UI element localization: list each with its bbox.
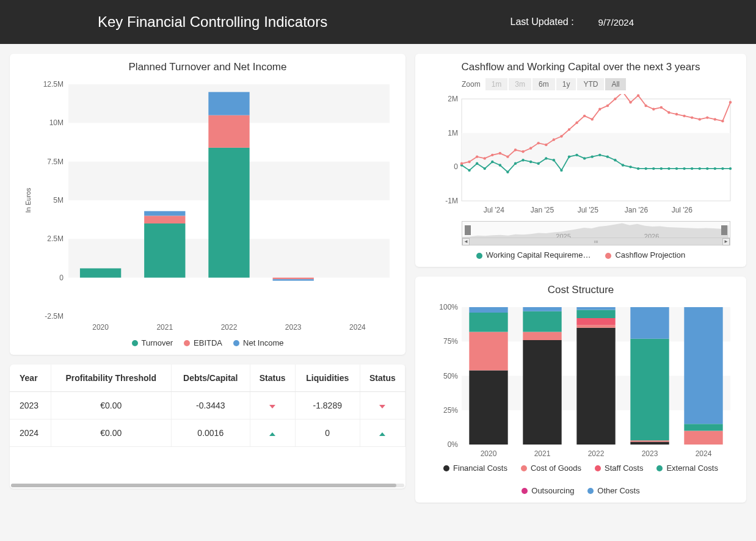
svg-point-87 <box>614 98 616 100</box>
svg-point-40 <box>529 161 532 163</box>
col-status-2[interactable]: Status <box>360 365 405 392</box>
cell-year: 2024 <box>10 419 51 447</box>
cost-legend: Financial Costs Cost of Goods Staff Cost… <box>425 463 736 495</box>
nav-handle-left[interactable] <box>465 225 471 235</box>
col-status-1[interactable]: Status <box>250 365 295 392</box>
svg-point-94 <box>667 111 670 114</box>
cell-profitability-threshold: €0.00 <box>51 392 171 419</box>
svg-point-79 <box>553 139 555 141</box>
svg-point-60 <box>683 167 685 170</box>
svg-point-36 <box>499 164 501 166</box>
svg-rect-133 <box>630 339 669 441</box>
svg-point-37 <box>506 170 509 173</box>
svg-text:0%: 0% <box>448 440 459 449</box>
legend-cashflow-projection[interactable]: Cashflow Projection <box>605 250 685 260</box>
svg-point-39 <box>522 159 524 161</box>
cell-debts-capital: 0.0016 <box>171 419 250 447</box>
legend-financial-costs[interactable]: Financial Costs <box>443 463 507 473</box>
svg-rect-117 <box>469 313 507 332</box>
svg-text:2021: 2021 <box>534 449 551 458</box>
svg-text:Jul '25: Jul '25 <box>578 206 599 214</box>
svg-point-95 <box>675 113 678 115</box>
svg-point-64 <box>714 167 716 170</box>
svg-text:100%: 100% <box>439 303 458 311</box>
svg-point-98 <box>699 118 701 120</box>
cell-profitability-threshold: €0.00 <box>51 419 171 447</box>
caret-down-icon <box>379 405 385 408</box>
col-debts-capital[interactable]: Debts/Capital <box>171 365 250 392</box>
svg-point-34 <box>484 167 486 170</box>
svg-point-45 <box>568 155 570 158</box>
cashflow-chart[interactable]: -1M01M2MJul '24Jan '25Jul '25Jan '26Jul … <box>425 94 736 216</box>
svg-point-71 <box>491 154 493 156</box>
zoom-all[interactable]: All <box>605 78 625 90</box>
legend-staff-costs[interactable]: Staff Costs <box>595 463 643 473</box>
svg-point-51 <box>614 159 616 161</box>
legend-other-costs[interactable]: Other Costs <box>587 486 639 495</box>
svg-rect-134 <box>630 307 669 339</box>
turnover-net-income-card: Planned Turnover and Net Income -2.5M02.… <box>10 54 405 355</box>
svg-rect-121 <box>523 332 561 341</box>
svg-point-67 <box>460 162 463 165</box>
legend-ebitda[interactable]: EBITDA <box>184 338 222 347</box>
legend-turnover[interactable]: Turnover <box>132 338 173 347</box>
svg-rect-14 <box>144 216 185 223</box>
svg-point-89 <box>629 101 631 103</box>
svg-rect-126 <box>576 325 615 328</box>
legend-net-income[interactable]: Net Income <box>233 338 283 347</box>
svg-point-38 <box>514 162 517 165</box>
legend-cost-of-goods[interactable]: Cost of Goods <box>521 463 581 473</box>
svg-text:7.5M: 7.5M <box>47 158 64 166</box>
zoom-1y[interactable]: 1y <box>556 78 576 90</box>
svg-text:25%: 25% <box>443 406 458 415</box>
svg-point-58 <box>667 167 670 170</box>
turnover-chart-title: Planned Turnover and Net Income <box>20 61 396 73</box>
svg-point-53 <box>629 165 631 168</box>
svg-text:2024: 2024 <box>349 323 366 332</box>
svg-text:-1M: -1M <box>445 197 458 205</box>
svg-rect-13 <box>144 223 185 278</box>
svg-point-83 <box>583 115 586 117</box>
zoom-1m[interactable]: 1m <box>485 78 508 90</box>
legend-external-costs[interactable]: External Costs <box>656 463 718 473</box>
svg-rect-17 <box>208 148 249 278</box>
table-row: 2024€0.000.00160 <box>10 419 405 447</box>
zoom-ytd[interactable]: YTD <box>577 78 604 90</box>
legend-working-capital[interactable]: Working Capital Requireme… <box>476 250 591 260</box>
svg-point-91 <box>645 104 647 107</box>
cell-liquidities: 0 <box>295 419 360 447</box>
svg-text:2020: 2020 <box>481 449 497 458</box>
legend-outsourcing[interactable]: Outsourcing <box>522 486 574 495</box>
nav-arrow-left[interactable]: ◄ <box>462 238 470 245</box>
indicators-table: Year Profitability Threshold Debts/Capit… <box>10 365 405 447</box>
zoom-6m[interactable]: 6m <box>532 78 555 90</box>
svg-point-75 <box>522 150 524 153</box>
cashflow-chart-title: Cashflow and Working Capital over the ne… <box>425 61 736 73</box>
last-updated-date: 9/7/2024 <box>598 17 634 27</box>
col-year[interactable]: Year <box>10 365 51 392</box>
svg-point-68 <box>468 161 470 163</box>
cost-structure-chart[interactable]: 0%25%50%75%100%20202021202220232024 <box>425 301 736 460</box>
col-liquidities[interactable]: Liquidities <box>295 365 360 392</box>
svg-point-101 <box>721 120 724 122</box>
svg-point-41 <box>537 162 540 165</box>
turnover-chart[interactable]: -2.5M02.5M5M7.5M10M12.5MIn Euros20202021… <box>20 78 396 335</box>
svg-point-33 <box>476 162 478 165</box>
nav-arrow-right[interactable]: ► <box>722 238 730 245</box>
svg-rect-116 <box>469 332 507 371</box>
nav-handle-right[interactable] <box>721 225 727 235</box>
svg-point-99 <box>706 116 708 118</box>
nav-scrollbar[interactable]: ◄ ııı ► <box>462 238 730 245</box>
svg-point-44 <box>560 169 562 172</box>
svg-point-49 <box>598 154 601 156</box>
indicators-table-card: Year Profitability Threshold Debts/Capit… <box>10 365 405 488</box>
svg-text:2023: 2023 <box>285 323 302 332</box>
cell-status-1 <box>250 392 295 419</box>
cashflow-navigator[interactable]: 2025 2026 ◄ ııı ► <box>462 221 730 245</box>
svg-point-93 <box>660 106 663 109</box>
table-horizontal-scrollbar[interactable] <box>11 484 404 487</box>
svg-point-66 <box>729 167 732 170</box>
zoom-3m[interactable]: 3m <box>509 78 531 90</box>
col-profitability-threshold[interactable]: Profitability Threshold <box>51 365 171 392</box>
svg-point-50 <box>606 155 609 158</box>
